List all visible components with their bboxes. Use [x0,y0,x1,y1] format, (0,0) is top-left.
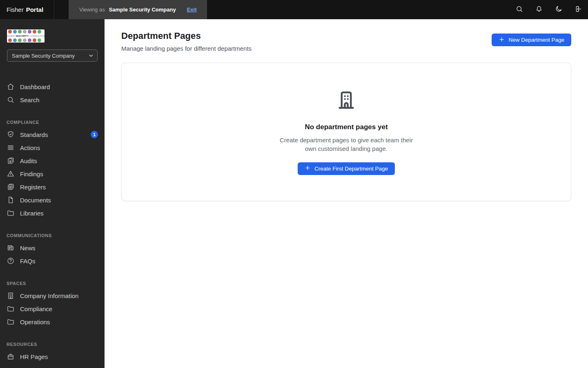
sidebar-item-dashboard[interactable]: Dashboard [0,80,105,93]
empty-state-description: Create department pages to give each tea… [280,136,413,153]
sidebar-item-actions[interactable]: Actions [0,141,105,154]
sidebar-item-faqs[interactable]: FAQs [0,254,105,267]
empty-state-title: No department pages yet [305,123,388,131]
bell-icon [535,5,543,14]
brand-primary: Fisher [7,6,24,13]
sign-out-button[interactable] [574,6,582,14]
viewing-as-banner: Viewing as Sample Security Company Exit [69,0,207,19]
topbar-search-button[interactable] [515,6,523,14]
document-icon [7,196,15,204]
section-title-spaces: SPACES [0,281,105,286]
building-icon [7,292,15,300]
shield-check-icon [7,130,15,139]
notifications-button[interactable] [535,6,543,14]
dark-mode-toggle[interactable] [555,6,563,14]
sidebar-item-operations-space[interactable]: Operations [0,315,105,328]
main-content: Department Pages Manage landing pages fo… [105,19,588,368]
section-title-communications: COMMUNICATIONS [0,233,105,238]
sidebar-item-documents[interactable]: Documents [0,193,105,206]
sidebar-item-compliance-space[interactable]: Compliance [0,302,105,315]
standards-count-badge: 1 [91,131,98,138]
moon-icon [555,5,563,14]
sidebar-item-news[interactable]: News [0,241,105,254]
briefcase-icon [7,352,15,361]
viewing-company-name: Sample Security Company [109,7,176,13]
brand-secondary: Portal [26,6,44,13]
warning-triangle-icon [7,170,15,178]
topbar: Fisher Portal Viewing as Sample Security… [0,0,588,19]
sidebar-item-hr-pages[interactable]: HR Pages [0,350,105,363]
clipboard-task-icon [7,157,15,165]
sidebar: FISHER SECURITY CONSULTING Sample Securi… [0,19,105,368]
sidebar-item-standards[interactable]: Standards 1 [0,128,105,141]
list-rows-icon [7,144,15,152]
sidebar-item-registers[interactable]: Registers [0,180,105,193]
brand-home-link[interactable]: Fisher Portal [0,0,54,19]
page-title: Department Pages [121,31,252,41]
viewing-as-label: Viewing as [79,7,105,13]
sign-out-icon [574,5,582,14]
question-circle-icon [7,257,15,265]
company-logo: FISHER SECURITY CONSULTING [7,29,45,43]
folder-icon [7,318,15,326]
new-department-page-button[interactable]: New Department Page [492,34,571,46]
page-subtitle: Manage landing pages for different depar… [121,45,252,52]
logo-decoration-bottom [8,38,41,42]
building-icon [335,89,357,113]
company-select[interactable]: Sample Security Company [7,49,98,62]
folder-icon [7,305,15,313]
plus-icon [305,165,311,172]
logo-decoration-top [8,30,41,34]
sidebar-item-company-information[interactable]: Company Information [0,289,105,302]
section-title-resources: RESOURCES [0,342,105,347]
newspaper-icon [7,244,15,252]
home-icon [7,83,15,91]
section-title-compliance: COMPLIANCE [0,120,105,125]
plus-icon [499,36,505,44]
sidebar-item-libraries[interactable]: Libraries [0,206,105,220]
search-icon [515,5,523,14]
create-first-department-page-button[interactable]: Create First Department Page [298,162,395,175]
sidebar-item-audits[interactable]: Audits [0,154,105,167]
search-icon [7,96,15,104]
clipboard-list-icon [7,183,15,191]
sidebar-item-search[interactable]: Search [0,93,105,106]
topbar-actions [515,0,588,19]
folder-icon [7,209,15,217]
exit-impersonation-link[interactable]: Exit [187,7,197,13]
empty-state-card: No department pages yet Create departmen… [121,63,571,201]
logo-text: FISHER SECURITY CONSULTING [7,35,45,37]
sidebar-item-findings[interactable]: Findings [0,167,105,180]
